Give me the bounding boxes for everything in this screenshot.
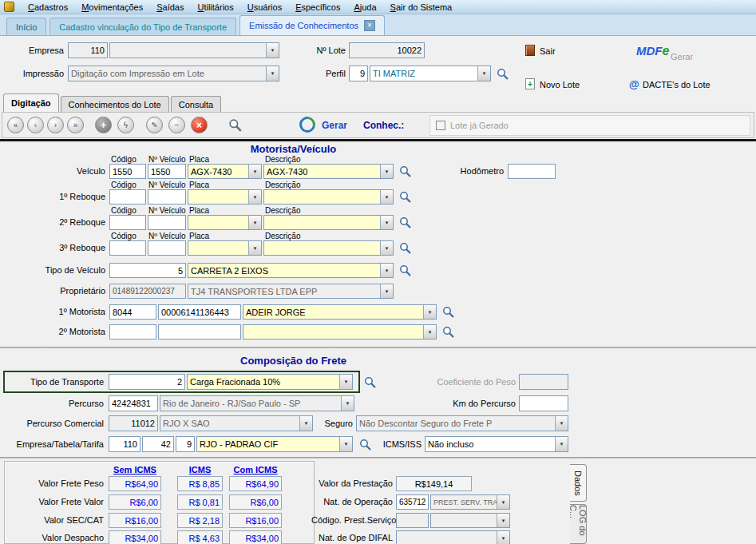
codigo-prest-servico-combo[interactable]: ▼ xyxy=(430,513,510,528)
search-icon[interactable] xyxy=(398,264,412,277)
dropdown-arrow-icon[interactable]: ▼ xyxy=(380,241,393,255)
dropdown-arrow-icon[interactable]: ▼ xyxy=(339,437,352,451)
lote-ja-gerado-checkbox[interactable] xyxy=(436,121,445,130)
add-record-button[interactable]: + xyxy=(95,117,112,133)
tarifa-tabela-field[interactable]: 42 xyxy=(142,436,174,452)
side-tab-dados[interactable]: Dados xyxy=(570,464,587,502)
dropdown-arrow-icon[interactable]: ▼ xyxy=(555,416,568,431)
gerar-mdfe-button[interactable]: Gerar xyxy=(671,52,707,62)
reboque1-placa-combo[interactable]: ▼ xyxy=(188,189,262,204)
reboque3-codigo-field[interactable] xyxy=(109,240,146,256)
perfil-combo[interactable]: TI MATRIZ ▼ xyxy=(370,66,491,81)
tipo-transporte-combo[interactable]: Carga Fracionada 10% ▼ xyxy=(187,374,353,390)
menu-saidas[interactable]: Saídas xyxy=(156,2,184,12)
app-icon[interactable] xyxy=(4,2,14,12)
search-icon[interactable] xyxy=(441,325,455,339)
dropdown-arrow-icon[interactable]: ▼ xyxy=(497,531,509,544)
dropdown-arrow-icon[interactable]: ▼ xyxy=(341,396,354,411)
search-icon[interactable] xyxy=(398,241,412,255)
dropdown-arrow-icon[interactable]: ▼ xyxy=(248,190,261,204)
km-percurso-field[interactable] xyxy=(519,395,568,411)
dropdown-arrow-icon[interactable]: ▼ xyxy=(497,495,509,509)
search-icon[interactable] xyxy=(358,438,372,451)
reboque2-num-field[interactable] xyxy=(148,215,186,230)
menu-utilitarios[interactable]: Utilitários xyxy=(197,2,233,12)
dropdown-arrow-icon[interactable]: ▼ xyxy=(423,305,436,319)
reboque1-descricao-combo[interactable]: ▼ xyxy=(263,189,394,204)
lote-field[interactable]: 10022 xyxy=(349,42,425,58)
tab-cadastro-vinculacao[interactable]: Cadastro vinculação do Tipo de Transport… xyxy=(49,18,236,35)
percurso-comercial-codigo-field[interactable]: 11012 xyxy=(109,415,158,431)
search-icon[interactable] xyxy=(398,190,412,204)
perfil-code-field[interactable]: 9 xyxy=(349,66,368,81)
dropdown-arrow-icon[interactable]: ▼ xyxy=(477,66,490,81)
hodometro-field[interactable] xyxy=(508,164,556,179)
percurso-combo[interactable]: Rio de Janeiro - RJ/Sao Paulo - SP ▼ xyxy=(160,395,354,411)
dropdown-arrow-icon[interactable]: ▼ xyxy=(248,216,261,229)
tipo-veiculo-codigo-field[interactable]: 5 xyxy=(109,263,186,278)
tab-conhecimentos-do-lote[interactable]: Conhecimentos do Lote xyxy=(61,96,169,112)
lightning-button[interactable]: ϟ xyxy=(117,117,134,133)
cancel-button[interactable]: × xyxy=(191,117,208,133)
dropdown-arrow-icon[interactable]: ▼ xyxy=(339,375,352,389)
menu-ajuda[interactable]: Ajuda xyxy=(354,2,376,12)
search-icon[interactable] xyxy=(398,216,412,229)
nat-operacao-combo[interactable]: PREST. SERV. TRANS... ▼ xyxy=(430,494,510,510)
dropdown-arrow-icon[interactable]: ▼ xyxy=(248,241,261,255)
tipo-transporte-codigo-field[interactable]: 2 xyxy=(109,374,185,390)
nat-operacao-codigo-field[interactable]: 635712 xyxy=(396,494,429,510)
dropdown-arrow-icon[interactable]: ▼ xyxy=(380,264,393,277)
reboque2-descricao-combo[interactable]: ▼ xyxy=(263,215,394,230)
dropdown-arrow-icon[interactable]: ▼ xyxy=(555,437,568,451)
reboque3-placa-combo[interactable]: ▼ xyxy=(188,240,262,256)
tarifa-combo[interactable]: RJO - PADRAO CIF ▼ xyxy=(196,436,353,452)
search-icon[interactable] xyxy=(441,305,455,319)
first-record-button[interactable]: « xyxy=(7,117,24,133)
tarifa-num-field[interactable]: 9 xyxy=(176,436,195,452)
veiculo-placa-combo[interactable]: AGX-7430 ▼ xyxy=(188,164,262,179)
percurso-codigo-field[interactable]: 42424831 xyxy=(109,395,158,411)
dropdown-arrow-icon[interactable]: ▼ xyxy=(248,165,261,178)
edit-record-button[interactable]: ✎ xyxy=(146,117,163,133)
reboque3-num-field[interactable] xyxy=(148,240,186,256)
side-tab-log[interactable]: LOG do C... xyxy=(570,504,587,544)
reboque3-descricao-combo[interactable]: ▼ xyxy=(263,240,394,256)
dropdown-arrow-icon[interactable]: ▼ xyxy=(266,43,279,58)
reboque1-num-field[interactable] xyxy=(148,189,186,204)
proprietario-combo[interactable]: TJ4 TRANSPORTES LTDA EPP ▼ xyxy=(188,284,394,299)
motorista2-codigo-field[interactable] xyxy=(109,324,156,340)
tab-digitacao[interactable]: Digitação xyxy=(3,93,59,112)
menu-usuarios[interactable]: Usuários xyxy=(247,2,282,12)
novo-lote-button[interactable]: Novo Lote xyxy=(540,80,596,89)
mdfe-logo-icon[interactable]: MDFe xyxy=(636,44,669,58)
reboque2-placa-combo[interactable]: ▼ xyxy=(188,215,262,230)
veiculo-descricao-combo[interactable]: AGX-7430 ▼ xyxy=(263,164,394,179)
reboque2-codigo-field[interactable] xyxy=(109,215,146,230)
coeficiente-peso-field[interactable] xyxy=(519,374,568,390)
motorista1-combo[interactable]: ADEIR JORGE ▼ xyxy=(243,304,437,320)
search-icon[interactable] xyxy=(496,67,509,81)
dropdown-arrow-icon[interactable]: ▼ xyxy=(380,190,393,204)
motorista1-codigo-field[interactable]: 8044 xyxy=(109,304,156,320)
veiculo-codigo-field[interactable]: 1550 xyxy=(109,164,146,179)
menu-movimentacoes[interactable]: Movimentações xyxy=(81,2,143,12)
menu-especificos[interactable]: Específicos xyxy=(295,2,340,12)
percurso-comercial-combo[interactable]: RJO X SAO ▼ xyxy=(160,415,313,431)
empresa-code-field[interactable]: 110 xyxy=(68,42,108,58)
close-tab-icon[interactable]: × xyxy=(364,20,375,31)
tab-consulta[interactable]: Consulta xyxy=(171,96,221,112)
menu-cadastros[interactable]: Cadastros xyxy=(28,2,68,12)
search-icon[interactable] xyxy=(228,117,243,133)
tarifa-empresa-field[interactable]: 110 xyxy=(109,436,141,452)
motorista1-doc-field[interactable]: 00006141136443 xyxy=(158,304,241,320)
seguro-combo[interactable]: Não Descontar Seguro do Frete P ▼ xyxy=(356,415,568,431)
nat-ope-difal-combo[interactable]: ▼ xyxy=(396,530,510,544)
codigo-prest-servico-field[interactable] xyxy=(396,513,429,528)
dropdown-arrow-icon[interactable]: ▼ xyxy=(299,416,312,431)
sair-button[interactable]: Sair xyxy=(540,46,572,56)
dropdown-arrow-icon[interactable]: ▼ xyxy=(497,514,509,527)
tab-inicio[interactable]: Início xyxy=(6,18,46,35)
remove-record-button[interactable]: − xyxy=(168,117,185,133)
tab-emissao-conhecimentos[interactable]: Emissão de Conhecimentos × xyxy=(239,15,385,35)
icms-iss-combo[interactable]: Não incluso ▼ xyxy=(425,436,568,452)
